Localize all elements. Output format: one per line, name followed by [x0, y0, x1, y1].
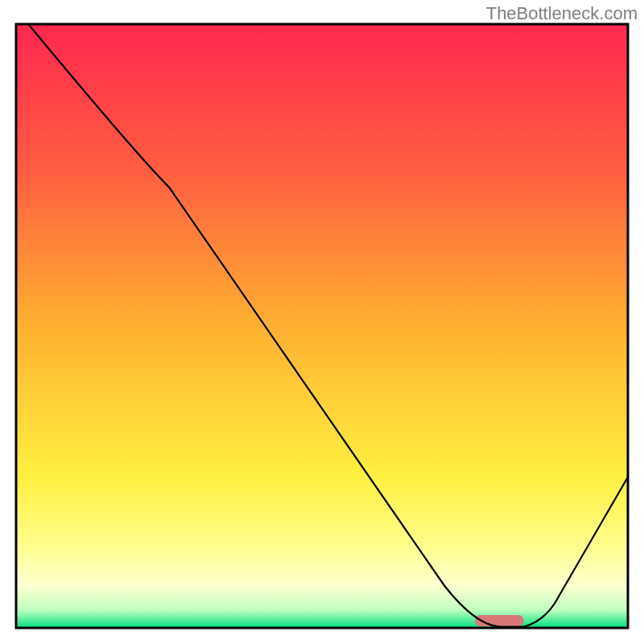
chart-container: TheBottleneck.com — [0, 0, 644, 644]
watermark-text: TheBottleneck.com — [486, 3, 638, 24]
gradient-background — [16, 24, 628, 628]
bottleneck-chart — [0, 0, 644, 644]
